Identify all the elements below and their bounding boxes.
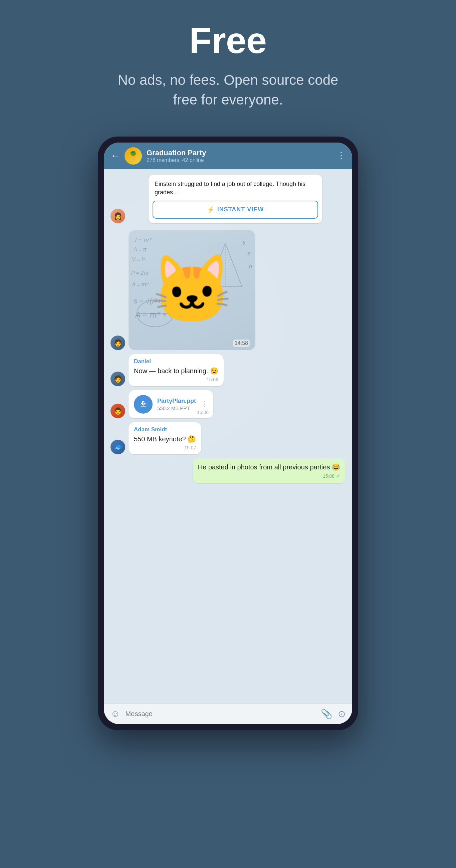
chat-meta: 278 members, 42 online (147, 157, 332, 163)
avatar-adam: 🧢 (111, 440, 125, 454)
attach-button[interactable]: 📎 (321, 708, 333, 719)
msg-row-own: He pasted in photos from all previous pa… (111, 458, 345, 484)
download-icon-circle[interactable] (134, 395, 153, 414)
emoji-button[interactable]: ☺ (111, 708, 120, 719)
phone-inner: ← 🍍 Graduation Party 278 members, 42 onl… (104, 143, 352, 724)
msg-row-file: 👨 PartyPlan.ppt 550.2 MB PPT ⋮ 15:06 (111, 390, 345, 418)
bubble-adam: Adam Smidt 550 MB keynote? 🤔 15:07 (128, 422, 201, 454)
phone-frame: ← 🍍 Graduation Party 278 members, 42 onl… (98, 136, 358, 730)
text-daniel: Now — back to planning. 😉 (134, 366, 218, 376)
bubble-own: He pasted in photos from all previous pa… (193, 458, 345, 484)
article-text: Einstein struggled to find a job out of … (149, 175, 322, 200)
sender-daniel: Daniel (134, 358, 218, 365)
back-button[interactable]: ← (111, 151, 120, 161)
time-own: 15:08 ✓ (198, 473, 340, 479)
sticker-background: l = πr² A = π V = l³ P = 2πr A = πr² s =… (128, 230, 255, 350)
chat-info: Graduation Party 278 members, 42 online (147, 149, 332, 163)
bubble-daniel: Daniel Now — back to planning. 😉 15:06 (128, 354, 224, 386)
checkmark-icon: ✓ (336, 473, 340, 479)
more-menu-button[interactable]: ⋮ (337, 151, 345, 161)
instant-view-button[interactable]: ⚡ INSTANT VIEW (153, 200, 318, 219)
input-bar: ☺ 📎 ⊙ (104, 704, 352, 724)
avatar-boy2: 👨 (111, 404, 125, 418)
camera-button[interactable]: ⊙ (338, 708, 345, 719)
time-adam: 15:07 (134, 445, 196, 451)
message-input[interactable] (125, 710, 315, 718)
page-title: Free (189, 20, 267, 60)
file-time: 15:06 (197, 410, 209, 415)
avatar-daniel: 🧑 (111, 372, 125, 386)
msg-row-daniel: 🧑 Daniel Now — back to planning. 😉 15:06 (111, 354, 345, 386)
file-name: PartyPlan.ppt (157, 398, 196, 405)
group-avatar: 🍍 (124, 147, 142, 164)
avatar-girl1: 👩 (111, 209, 125, 223)
text-adam: 550 MB keynote? 🤔 (134, 434, 196, 444)
page-subtitle: No ads, no fees. Open source code free f… (111, 70, 345, 110)
time-daniel: 15:06 (134, 377, 218, 382)
text-own: He pasted in photos from all previous pa… (198, 462, 340, 472)
file-more-button[interactable]: ⋮ (201, 400, 208, 409)
avatar-boy1: 🧑 (111, 336, 125, 350)
chat-body: 👩 Einstein struggled to find a job out o… (104, 169, 352, 704)
file-info: PartyPlan.ppt 550.2 MB PPT (157, 398, 196, 411)
bolt-icon: ⚡ (207, 206, 215, 213)
sticker-section: 🧑 l = πr² A = π V = l³ P = 2πr A = πr² s… (111, 230, 271, 350)
file-size: 550.2 MB PPT (157, 405, 196, 411)
instant-view-label: INSTANT VIEW (217, 206, 264, 213)
msg-row-adam: 🧢 Adam Smidt 550 MB keynote? 🤔 15:07 (111, 422, 345, 454)
chat-header: ← 🍍 Graduation Party 278 members, 42 onl… (104, 143, 352, 169)
sender-adam: Adam Smidt (134, 426, 196, 433)
article-bubble: Einstein struggled to find a job out of … (149, 175, 322, 223)
file-bubble: PartyPlan.ppt 550.2 MB PPT ⋮ 15:06 (128, 390, 213, 418)
chat-name: Graduation Party (147, 149, 332, 157)
